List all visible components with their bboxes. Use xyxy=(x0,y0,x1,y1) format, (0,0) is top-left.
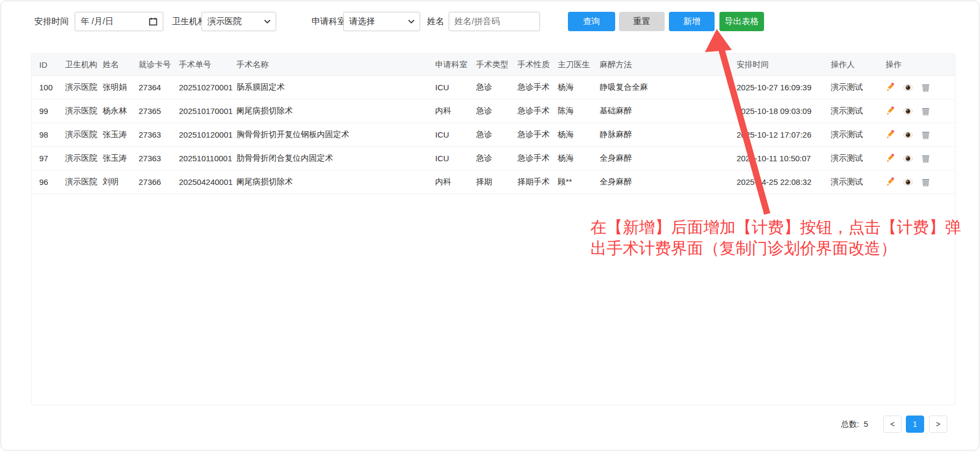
cell-anesthesia: 全身麻醉 xyxy=(600,177,737,187)
column-header: 手术单号 xyxy=(179,60,236,70)
edit-icon[interactable] xyxy=(885,106,895,116)
cell-type: 急诊 xyxy=(476,153,517,163)
delete-icon[interactable] xyxy=(921,177,931,187)
cell-order_no: 202510110001 xyxy=(179,154,236,163)
view-icon[interactable] xyxy=(903,83,913,92)
export-button[interactable]: 导出表格 xyxy=(719,12,764,31)
cell-name: 张明娟 xyxy=(103,82,139,92)
column-header: 安排时间 xyxy=(737,60,831,70)
view-icon[interactable] xyxy=(903,154,913,163)
view-icon[interactable] xyxy=(903,106,913,116)
cell-type: 择期 xyxy=(476,177,517,187)
row-actions xyxy=(885,177,955,187)
cell-name: 张玉涛 xyxy=(103,130,139,140)
dept-selected-value: 请选择 xyxy=(349,16,375,27)
delete-icon[interactable] xyxy=(921,130,931,140)
annotation-note: 在【新增】后面增加【计费】按钮，点击【计费】弹 出手术计费界面（复制门诊划价界面… xyxy=(590,217,977,259)
annotation-line2: 出手术计费界面（复制门诊划价界面改造） xyxy=(590,238,977,259)
cell-id: 99 xyxy=(39,106,65,116)
calendar-icon[interactable] xyxy=(149,17,157,26)
table-row: 96演示医院刘明27366202504240001阑尾病损切除术内科择期择期手术… xyxy=(32,170,955,194)
cell-org: 演示医院 xyxy=(65,106,103,116)
column-header: 操作 xyxy=(885,60,955,70)
row-actions xyxy=(885,130,955,140)
search-button[interactable]: 查询 xyxy=(568,12,615,31)
dept-select[interactable]: 请选择 xyxy=(343,12,420,31)
delete-icon[interactable] xyxy=(921,106,931,116)
row-actions xyxy=(885,106,955,116)
edit-icon[interactable] xyxy=(885,83,895,92)
column-header: 手术性质 xyxy=(517,60,558,70)
delete-icon[interactable] xyxy=(921,154,931,163)
cell-type: 急诊 xyxy=(476,82,517,92)
cell-operator: 演示测试 xyxy=(831,177,885,187)
cell-anesthesia: 基础麻醉 xyxy=(600,106,737,116)
cell-org: 演示医院 xyxy=(65,177,103,187)
cell-nature: 急诊手术 xyxy=(517,106,558,116)
chevron-down-icon xyxy=(408,20,414,24)
cell-dept: ICU xyxy=(435,83,476,92)
table-row: 98演示医院张玉涛27363202510120001胸骨骨折切开复位钢板内固定术… xyxy=(32,123,955,147)
table-body: 100演示医院张明娟27364202510270001肠系膜固定术ICU急诊急诊… xyxy=(32,76,955,194)
cell-order_no: 202510270001 xyxy=(179,83,236,92)
cell-type: 急诊 xyxy=(476,106,517,116)
org-select[interactable]: 演示医院 xyxy=(201,12,276,31)
delete-icon[interactable] xyxy=(921,83,931,92)
cell-name: 杨永林 xyxy=(103,106,139,116)
cell-type: 急诊 xyxy=(476,130,517,140)
name-input[interactable] xyxy=(449,12,540,31)
edit-icon[interactable] xyxy=(885,177,895,187)
cell-id: 97 xyxy=(39,154,65,163)
annotation-line1: 在【新增】后面增加【计费】按钮，点击【计费】弹 xyxy=(590,217,977,238)
view-icon[interactable] xyxy=(903,130,913,140)
edit-icon[interactable] xyxy=(885,130,895,140)
column-header: ID xyxy=(39,60,65,69)
cell-surgeon: 杨海 xyxy=(558,130,600,140)
cell-anesthesia: 静脉麻醉 xyxy=(600,130,737,140)
cell-time: 2025-10-11 10:50:07 xyxy=(737,154,831,163)
cell-id: 96 xyxy=(39,177,65,187)
date-value: 年 /月/日 xyxy=(81,16,113,27)
cell-org: 演示医院 xyxy=(65,82,103,92)
column-header: 申请科室 xyxy=(435,60,476,70)
column-header: 就诊卡号 xyxy=(139,60,179,70)
cell-org: 演示医院 xyxy=(65,153,103,163)
cell-time: 2025-10-12 17:07:26 xyxy=(737,130,831,139)
cell-nature: 急诊手术 xyxy=(517,153,558,163)
schedule-time-label: 安排时间 xyxy=(34,16,69,27)
cell-card_no: 27366 xyxy=(139,177,179,187)
cell-dept: 内科 xyxy=(435,177,476,187)
cell-anesthesia: 全身麻醉 xyxy=(600,153,737,163)
table-row: 100演示医院张明娟27364202510270001肠系膜固定术ICU急诊急诊… xyxy=(32,76,955,99)
row-actions xyxy=(885,154,955,163)
cell-name: 刘明 xyxy=(103,177,139,187)
cell-name: 张玉涛 xyxy=(103,153,139,163)
edit-icon[interactable] xyxy=(885,154,895,163)
cell-surgery: 阑尾病损切除术 xyxy=(236,177,435,187)
cell-org: 演示医院 xyxy=(65,130,103,140)
cell-nature: 急诊手术 xyxy=(517,82,558,92)
cell-surgeon: 杨海 xyxy=(558,82,600,92)
column-header: 主刀医生 xyxy=(558,60,600,70)
reset-button[interactable]: 重置 xyxy=(619,12,665,31)
schedule-date-input[interactable]: 年 /月/日 xyxy=(75,12,163,31)
cell-order_no: 202510170001 xyxy=(179,106,236,116)
next-page-button[interactable]: > xyxy=(929,416,947,433)
cell-surgeon: 杨海 xyxy=(558,153,600,163)
cell-dept: ICU xyxy=(435,130,476,139)
cell-time: 2025-10-18 09:03:09 xyxy=(737,106,831,116)
chevron-down-icon xyxy=(264,20,270,24)
row-actions xyxy=(885,83,955,92)
cell-id: 100 xyxy=(39,83,65,92)
column-header: 麻醉方法 xyxy=(600,60,737,70)
view-icon[interactable] xyxy=(903,177,913,187)
page-1-button[interactable]: 1 xyxy=(906,416,924,433)
surgery-schedule-page: 安排时间 年 /月/日 卫生机构 演示医院 申请科室 请选择 姓名 查询 重置 … xyxy=(1,1,979,450)
add-button[interactable]: 新增 xyxy=(669,12,715,31)
cell-id: 98 xyxy=(39,130,65,139)
cell-card_no: 27364 xyxy=(139,83,179,92)
cell-operator: 演示测试 xyxy=(831,153,885,163)
prev-page-button[interactable]: < xyxy=(883,416,902,433)
cell-operator: 演示测试 xyxy=(831,106,885,116)
cell-surgery: 胸骨骨折切开复位钢板内固定术 xyxy=(236,130,435,140)
